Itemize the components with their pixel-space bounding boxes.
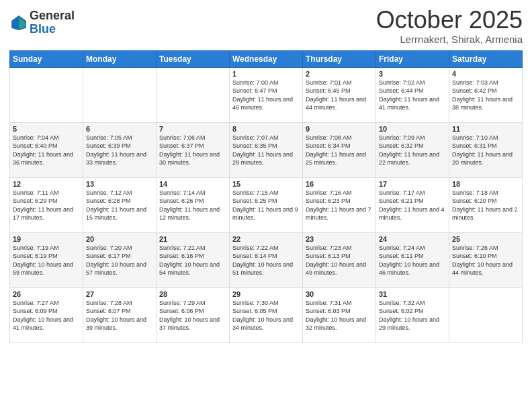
col-wednesday: Wednesday (230, 50, 303, 67)
table-row: 22Sunrise: 7:22 AM Sunset: 6:14 PM Dayli… (230, 232, 303, 287)
day-info: Sunrise: 7:27 AM Sunset: 6:09 PM Dayligh… (13, 299, 80, 332)
day-number: 17 (379, 180, 446, 188)
day-info: Sunrise: 7:29 AM Sunset: 6:06 PM Dayligh… (159, 299, 226, 332)
table-row: 5Sunrise: 7:04 AM Sunset: 6:40 PM Daylig… (10, 122, 83, 177)
day-info: Sunrise: 7:19 AM Sunset: 6:19 PM Dayligh… (13, 244, 80, 277)
day-info: Sunrise: 7:32 AM Sunset: 6:02 PM Dayligh… (379, 299, 446, 332)
day-info: Sunrise: 7:05 AM Sunset: 6:39 PM Dayligh… (86, 134, 153, 167)
day-info: Sunrise: 7:16 AM Sunset: 6:23 PM Dayligh… (306, 189, 373, 222)
day-number: 6 (86, 125, 153, 133)
table-row: 4Sunrise: 7:03 AM Sunset: 6:42 PM Daylig… (449, 67, 523, 122)
table-row: 24Sunrise: 7:24 AM Sunset: 6:11 PM Dayli… (376, 232, 449, 287)
calendar-header-row: Sunday Monday Tuesday Wednesday Thursday… (10, 50, 523, 67)
day-info: Sunrise: 7:03 AM Sunset: 6:42 PM Dayligh… (452, 79, 519, 112)
table-row (83, 67, 157, 122)
day-info: Sunrise: 7:04 AM Sunset: 6:40 PM Dayligh… (13, 134, 80, 167)
col-sunday: Sunday (10, 50, 83, 67)
day-info: Sunrise: 7:20 AM Sunset: 6:17 PM Dayligh… (86, 244, 153, 277)
day-number: 13 (86, 180, 153, 188)
day-number: 26 (13, 290, 80, 298)
day-number: 7 (159, 125, 226, 133)
day-number: 9 (306, 125, 373, 133)
day-number: 19 (13, 235, 80, 243)
calendar-week-row: 1Sunrise: 7:00 AM Sunset: 6:47 PM Daylig… (10, 67, 523, 122)
table-row: 8Sunrise: 7:07 AM Sunset: 6:35 PM Daylig… (230, 122, 303, 177)
table-row: 15Sunrise: 7:15 AM Sunset: 6:25 PM Dayli… (230, 177, 303, 232)
table-row: 17Sunrise: 7:17 AM Sunset: 6:21 PM Dayli… (376, 177, 449, 232)
calendar-week-row: 19Sunrise: 7:19 AM Sunset: 6:19 PM Dayli… (10, 232, 523, 287)
day-number: 30 (306, 290, 373, 298)
col-friday: Friday (376, 50, 449, 67)
table-row: 29Sunrise: 7:30 AM Sunset: 6:05 PM Dayli… (230, 287, 303, 342)
day-number: 31 (379, 290, 446, 298)
day-info: Sunrise: 7:08 AM Sunset: 6:34 PM Dayligh… (306, 134, 373, 167)
day-info: Sunrise: 7:00 AM Sunset: 6:47 PM Dayligh… (232, 79, 300, 112)
table-row: 10Sunrise: 7:09 AM Sunset: 6:32 PM Dayli… (376, 122, 449, 177)
col-monday: Monday (83, 50, 157, 67)
table-row: 30Sunrise: 7:31 AM Sunset: 6:03 PM Dayli… (303, 287, 376, 342)
logo-general: General (30, 9, 75, 23)
logo-blue: Blue (30, 23, 75, 36)
table-row: 16Sunrise: 7:16 AM Sunset: 6:23 PM Dayli… (303, 177, 376, 232)
day-info: Sunrise: 7:14 AM Sunset: 6:26 PM Dayligh… (159, 189, 226, 222)
col-tuesday: Tuesday (157, 50, 230, 67)
table-row: 18Sunrise: 7:18 AM Sunset: 6:20 PM Dayli… (449, 177, 523, 232)
table-row: 1Sunrise: 7:00 AM Sunset: 6:47 PM Daylig… (230, 67, 303, 122)
table-row: 11Sunrise: 7:10 AM Sunset: 6:31 PM Dayli… (449, 122, 523, 177)
col-saturday: Saturday (449, 50, 523, 67)
day-number: 29 (232, 290, 300, 298)
table-row: 9Sunrise: 7:08 AM Sunset: 6:34 PM Daylig… (303, 122, 376, 177)
logo-icon (9, 13, 28, 32)
title-block: October 2025 Lerrnakert, Shirak, Armenia (376, 7, 523, 45)
day-info: Sunrise: 7:21 AM Sunset: 6:16 PM Dayligh… (159, 244, 226, 277)
day-info: Sunrise: 7:07 AM Sunset: 6:35 PM Dayligh… (232, 134, 300, 167)
table-row: 6Sunrise: 7:05 AM Sunset: 6:39 PM Daylig… (83, 122, 157, 177)
day-info: Sunrise: 7:26 AM Sunset: 6:10 PM Dayligh… (452, 244, 519, 277)
day-info: Sunrise: 7:11 AM Sunset: 6:29 PM Dayligh… (13, 189, 80, 222)
day-number: 20 (86, 235, 153, 243)
day-number: 16 (306, 180, 373, 188)
table-row: 13Sunrise: 7:12 AM Sunset: 6:28 PM Dayli… (83, 177, 157, 232)
day-info: Sunrise: 7:30 AM Sunset: 6:05 PM Dayligh… (232, 299, 300, 332)
day-info: Sunrise: 7:12 AM Sunset: 6:28 PM Dayligh… (86, 189, 153, 222)
day-number: 18 (452, 180, 519, 188)
day-info: Sunrise: 7:24 AM Sunset: 6:11 PM Dayligh… (379, 244, 446, 277)
table-row: 25Sunrise: 7:26 AM Sunset: 6:10 PM Dayli… (449, 232, 523, 287)
day-number: 25 (452, 235, 519, 243)
day-info: Sunrise: 7:22 AM Sunset: 6:14 PM Dayligh… (232, 244, 300, 277)
day-number: 21 (159, 235, 226, 243)
table-row: 28Sunrise: 7:29 AM Sunset: 6:06 PM Dayli… (157, 287, 230, 342)
table-row: 26Sunrise: 7:27 AM Sunset: 6:09 PM Dayli… (10, 287, 83, 342)
day-number: 27 (86, 290, 153, 298)
table-row (449, 287, 523, 342)
day-info: Sunrise: 7:17 AM Sunset: 6:21 PM Dayligh… (379, 189, 446, 222)
table-row: 2Sunrise: 7:01 AM Sunset: 6:45 PM Daylig… (303, 67, 376, 122)
day-number: 3 (379, 70, 446, 78)
day-info: Sunrise: 7:02 AM Sunset: 6:44 PM Dayligh… (379, 79, 446, 112)
day-number: 10 (379, 125, 446, 133)
day-info: Sunrise: 7:06 AM Sunset: 6:37 PM Dayligh… (159, 134, 226, 167)
day-info: Sunrise: 7:31 AM Sunset: 6:03 PM Dayligh… (306, 299, 373, 332)
col-thursday: Thursday (303, 50, 376, 67)
day-number: 4 (452, 70, 519, 78)
table-row: 27Sunrise: 7:28 AM Sunset: 6:07 PM Dayli… (83, 287, 157, 342)
day-info: Sunrise: 7:15 AM Sunset: 6:25 PM Dayligh… (232, 189, 300, 222)
table-row: 14Sunrise: 7:14 AM Sunset: 6:26 PM Dayli… (157, 177, 230, 232)
location: Lerrnakert, Shirak, Armenia (376, 34, 523, 45)
day-number: 15 (232, 180, 300, 188)
day-info: Sunrise: 7:01 AM Sunset: 6:45 PM Dayligh… (306, 79, 373, 112)
table-row: 20Sunrise: 7:20 AM Sunset: 6:17 PM Dayli… (83, 232, 157, 287)
day-number: 12 (13, 180, 80, 188)
day-number: 11 (452, 125, 519, 133)
table-row: 3Sunrise: 7:02 AM Sunset: 6:44 PM Daylig… (376, 67, 449, 122)
day-info: Sunrise: 7:18 AM Sunset: 6:20 PM Dayligh… (452, 189, 519, 222)
day-number: 5 (13, 125, 80, 133)
day-info: Sunrise: 7:23 AM Sunset: 6:13 PM Dayligh… (306, 244, 373, 277)
logo-text: General Blue (30, 9, 75, 36)
calendar-table: Sunday Monday Tuesday Wednesday Thursday… (9, 50, 523, 343)
day-number: 23 (306, 235, 373, 243)
table-row (10, 67, 83, 122)
table-row: 19Sunrise: 7:19 AM Sunset: 6:19 PM Dayli… (10, 232, 83, 287)
day-info: Sunrise: 7:28 AM Sunset: 6:07 PM Dayligh… (86, 299, 153, 332)
day-number: 14 (159, 180, 226, 188)
